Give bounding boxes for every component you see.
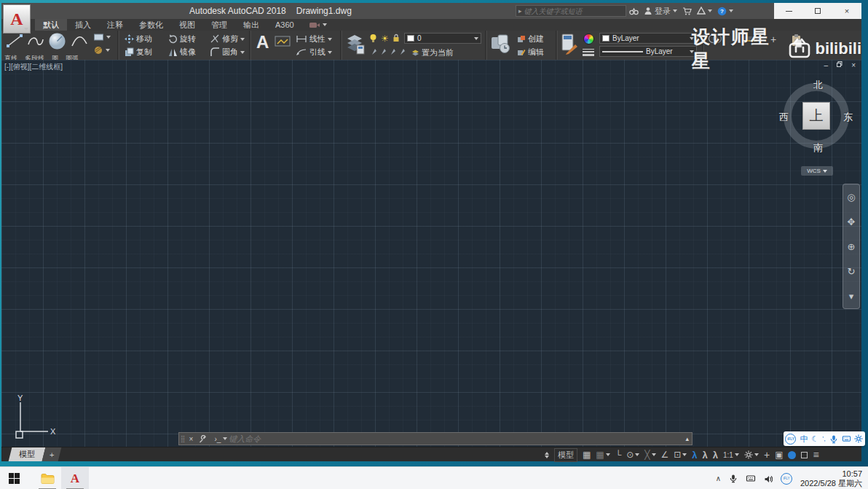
minimize-button[interactable] bbox=[774, 3, 803, 19]
screen-record-addon-icon[interactable] bbox=[309, 19, 327, 31]
layer-properties-tool[interactable] bbox=[344, 33, 365, 55]
file-explorer-taskbar-icon[interactable] bbox=[33, 467, 61, 489]
app-store-cart-icon[interactable] bbox=[682, 7, 692, 15]
isolate-objects-icon[interactable]: ▣ bbox=[775, 450, 783, 460]
viewcube-west[interactable]: 西 bbox=[779, 111, 789, 124]
customization-menu-icon[interactable]: ≡ bbox=[813, 449, 818, 461]
layer-lock-icon[interactable] bbox=[392, 34, 400, 42]
insert-block-tool[interactable] bbox=[489, 33, 511, 55]
close-button[interactable]: × bbox=[832, 3, 861, 19]
wcs-dropdown[interactable]: WCS bbox=[801, 166, 833, 176]
object-snap-icon[interactable]: ∠ bbox=[661, 450, 669, 460]
object-snap-tracking-icon[interactable]: ╳ bbox=[644, 450, 655, 460]
dynamic-input-icon[interactable]: ⊡ bbox=[674, 450, 687, 460]
hatch-tool[interactable] bbox=[93, 46, 110, 55]
linear-dimension-tool[interactable]: 线性 bbox=[296, 34, 332, 44]
tray-ime-keyboard-icon[interactable] bbox=[746, 474, 756, 483]
command-history-expand-icon[interactable]: ▴ bbox=[685, 435, 692, 442]
new-layout-tab-button[interactable]: + bbox=[42, 447, 62, 461]
annotation-visibility-icon[interactable]: λ bbox=[692, 450, 697, 461]
viewcube-south[interactable]: 南 bbox=[813, 141, 823, 154]
full-navigation-wheel-icon[interactable]: ◎ bbox=[847, 192, 855, 203]
fillet-tool[interactable]: 圆角 bbox=[210, 47, 245, 58]
edit-block-tool[interactable]: 编辑 bbox=[517, 47, 544, 58]
application-menu-button[interactable]: A bbox=[3, 4, 31, 34]
paste-tool[interactable] bbox=[791, 34, 802, 48]
layout-quickview-chevrons[interactable] bbox=[545, 452, 549, 458]
tab-insert[interactable]: 插入 bbox=[67, 19, 99, 31]
doc-minimize-button[interactable]: – bbox=[824, 61, 829, 69]
tray-volume-icon[interactable] bbox=[764, 474, 773, 483]
ime-punctuation-icon[interactable]: ’, bbox=[822, 435, 826, 442]
trim-tool[interactable]: 修剪 bbox=[210, 34, 245, 44]
ime-mic-icon[interactable] bbox=[829, 434, 838, 444]
model-layout-tab[interactable]: 模型 bbox=[9, 447, 46, 461]
tab-parametric[interactable]: 参数化 bbox=[131, 19, 171, 31]
viewport-controls-label[interactable]: [-][俯视][二维线框] bbox=[4, 62, 63, 72]
tray-show-hidden-icons-chevron[interactable]: ∧ bbox=[716, 474, 721, 482]
arc-tool[interactable] bbox=[70, 34, 89, 48]
measure-tool[interactable] bbox=[741, 34, 759, 44]
group-tool[interactable] bbox=[708, 34, 722, 44]
quick-measure-tool[interactable]: + bbox=[770, 34, 776, 45]
dimension-tool[interactable] bbox=[274, 35, 291, 48]
layer-tools-icons[interactable] bbox=[369, 47, 407, 56]
polar-tracking-icon[interactable]: ⊙ bbox=[626, 450, 639, 460]
rotate-tool[interactable]: 旋转 bbox=[168, 34, 196, 44]
command-close-icon[interactable]: × bbox=[186, 435, 197, 443]
text-tool[interactable]: A bbox=[256, 32, 269, 52]
command-grip-handle[interactable]: ⣿ bbox=[179, 435, 186, 442]
tab-output[interactable]: 输出 bbox=[235, 19, 267, 31]
clean-screen-icon[interactable] bbox=[801, 452, 808, 458]
copy-tool[interactable]: 复制 bbox=[125, 47, 152, 58]
pan-icon[interactable]: ✥ bbox=[848, 216, 856, 227]
ime-chinese-mode-button[interactable]: 中 bbox=[800, 434, 808, 445]
set-current-layer-button[interactable]: 置为当前 bbox=[411, 47, 454, 58]
circle-tool[interactable] bbox=[48, 32, 66, 50]
move-tool[interactable]: 移动 bbox=[125, 34, 152, 44]
layer-on-bulb-icon[interactable] bbox=[369, 34, 377, 43]
maximize-button[interactable] bbox=[803, 3, 832, 19]
viewcube-east[interactable]: 东 bbox=[843, 111, 853, 124]
annotation-monitor-plus-icon[interactable]: + bbox=[764, 449, 770, 461]
tab-manage[interactable]: 管理 bbox=[203, 19, 235, 31]
tab-default[interactable]: 默认 bbox=[35, 19, 67, 31]
object-color-combo[interactable]: ByLayer bbox=[599, 33, 697, 44]
workspace-switching-gear-icon[interactable] bbox=[744, 450, 759, 459]
tab-a360[interactable]: A360 bbox=[267, 19, 302, 31]
polyline-tool[interactable] bbox=[26, 34, 45, 48]
sign-in-button[interactable]: 登录 bbox=[644, 6, 677, 17]
zoom-extents-icon[interactable]: ⊕ bbox=[848, 241, 856, 252]
properties-palette-tool[interactable] bbox=[561, 33, 580, 55]
command-input[interactable] bbox=[229, 434, 685, 443]
rectangle-tool[interactable] bbox=[93, 33, 111, 42]
start-button[interactable] bbox=[0, 467, 28, 489]
color-wheel-icon[interactable] bbox=[583, 34, 594, 44]
tab-annotate[interactable]: 注释 bbox=[99, 19, 131, 31]
tray-ifly-icon[interactable]: iFLY bbox=[781, 473, 792, 485]
doc-restore-button[interactable] bbox=[837, 61, 843, 69]
taskbar-clock[interactable]: 10:57 2022/5/28 星期六 bbox=[800, 469, 862, 488]
autocad-taskbar-icon[interactable]: A bbox=[61, 467, 89, 489]
ifly-logo-icon[interactable]: iFLY bbox=[785, 434, 796, 445]
annotation-scale-icon[interactable]: λ bbox=[713, 450, 718, 461]
viewcube-north[interactable]: 北 bbox=[813, 79, 823, 92]
ime-moon-icon[interactable]: ☾ bbox=[811, 434, 818, 444]
layer-select-combo[interactable]: 0 bbox=[404, 33, 481, 44]
exchange-search-icon[interactable] bbox=[629, 7, 639, 16]
command-customize-wrench-icon[interactable] bbox=[196, 435, 210, 443]
create-block-tool[interactable]: 创建 bbox=[517, 34, 544, 44]
leader-tool[interactable]: 引线 bbox=[296, 47, 332, 58]
help-search-box[interactable]: ▸ bbox=[516, 5, 626, 17]
viewcube-top-face[interactable]: 上 bbox=[802, 102, 830, 130]
doc-close-button[interactable]: × bbox=[851, 61, 856, 69]
mirror-tool[interactable]: 镜像 bbox=[168, 47, 196, 58]
annotation-scale-value[interactable]: 1:1 bbox=[723, 451, 739, 459]
autoscale-annotation-icon[interactable]: λ bbox=[703, 450, 708, 461]
drawing-canvas[interactable]: [-][俯视][二维线框] – × 北 南 西 东 上 WCS ◎ ✥ ⊕ ↻ … bbox=[1, 60, 861, 447]
model-space-toggle[interactable]: 模型 bbox=[554, 448, 577, 462]
autodesk-exchange-icon[interactable] bbox=[697, 7, 712, 15]
grid-display-icon[interactable]: ▦ bbox=[583, 450, 591, 460]
command-prompt-icon[interactable]: ›_ bbox=[210, 435, 229, 443]
search-input[interactable] bbox=[524, 7, 626, 15]
